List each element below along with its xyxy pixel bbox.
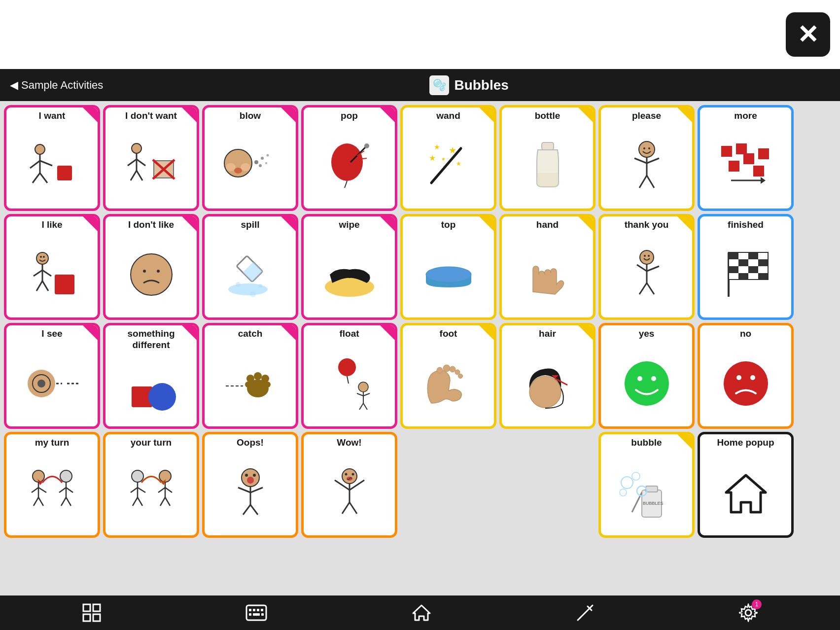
card-bottle[interactable]: bottle <box>499 105 595 211</box>
svg-point-18 <box>226 163 236 171</box>
card-hand[interactable]: hand <box>499 214 595 320</box>
svg-point-64 <box>143 270 146 273</box>
card-img-home-popup <box>700 450 791 535</box>
card-label-i-dont-like: I don't like <box>126 216 176 232</box>
svg-rect-186 <box>246 605 266 620</box>
card-home-popup[interactable]: Home popup <box>698 432 794 538</box>
card-more[interactable]: more <box>698 105 794 211</box>
svg-point-25 <box>265 162 267 164</box>
svg-text:BUBBLES: BUBBLES <box>643 501 664 506</box>
svg-point-40 <box>648 147 650 149</box>
card-please[interactable]: please <box>598 105 695 211</box>
card-float[interactable]: float <box>301 323 397 429</box>
card-foot[interactable]: foot <box>400 323 496 429</box>
svg-rect-67 <box>243 262 262 281</box>
card-spill[interactable]: spill <box>202 214 298 320</box>
card-oops[interactable]: Oops! <box>202 432 298 538</box>
card-img-my-turn <box>6 450 98 535</box>
home-icon[interactable] <box>412 603 431 622</box>
card-label-i-want: I want <box>37 107 68 123</box>
svg-point-55 <box>40 256 42 258</box>
card-no[interactable]: no <box>698 323 794 429</box>
card-label-i-dont-want: I don't want <box>123 107 179 123</box>
card-catch[interactable]: catch <box>202 323 298 429</box>
card-wipe[interactable]: wipe <box>301 214 397 320</box>
card-img-hair <box>502 341 593 426</box>
card-img-wow <box>304 450 395 535</box>
svg-marker-194 <box>413 605 430 620</box>
svg-rect-86 <box>748 252 758 259</box>
card-img-foot <box>403 341 494 426</box>
corner-wand <box>479 107 494 122</box>
card-label-float: float <box>337 325 361 341</box>
bottom-bar: 1 <box>0 595 840 630</box>
card-my-turn[interactable]: my turn <box>4 432 100 538</box>
svg-line-147 <box>138 497 142 506</box>
back-label: Sample Activities <box>21 79 103 92</box>
svg-line-42 <box>634 158 647 163</box>
card-i-dont-like[interactable]: I don't like <box>103 214 199 320</box>
card-img-top <box>403 232 494 317</box>
card-img-catch <box>205 341 296 426</box>
back-button[interactable]: ◀ Sample Activities <box>10 79 103 92</box>
svg-point-7 <box>132 143 141 153</box>
corner-wipe <box>380 216 395 231</box>
svg-line-171 <box>342 502 350 514</box>
card-img-i-dont-like <box>105 232 197 317</box>
card-thank-you[interactable]: thank you <box>598 214 695 320</box>
grid-icon[interactable] <box>82 603 101 622</box>
svg-line-12 <box>137 171 142 180</box>
pencil-icon[interactable] <box>576 603 595 622</box>
corner-i-see <box>83 325 98 340</box>
card-your-turn[interactable]: your turn <box>103 432 199 538</box>
svg-rect-191 <box>249 613 251 616</box>
card-finished[interactable]: finished <box>698 214 794 320</box>
svg-rect-50 <box>753 166 764 176</box>
svg-line-139 <box>61 497 66 506</box>
card-top[interactable]: top <box>400 214 496 320</box>
svg-line-138 <box>66 488 73 492</box>
card-i-like[interactable]: I like <box>4 214 100 320</box>
card-blow[interactable]: blow <box>202 105 298 211</box>
card-wow[interactable]: Wow! <box>301 432 397 538</box>
corner-hair <box>578 325 593 340</box>
svg-line-10 <box>137 159 145 166</box>
svg-point-38 <box>639 141 655 157</box>
svg-rect-193 <box>261 613 264 616</box>
card-bubble[interactable]: bubble BUBBLES <box>598 432 695 538</box>
card-something-different[interactable]: something different <box>103 323 199 429</box>
card-label-oops: Oops! <box>235 434 266 450</box>
svg-rect-89 <box>729 266 738 273</box>
svg-rect-85 <box>729 252 738 259</box>
svg-line-140 <box>66 497 71 506</box>
corner-something-different <box>182 325 197 340</box>
svg-text:★: ★ <box>429 154 436 162</box>
card-hair[interactable]: hair <box>499 323 595 429</box>
svg-point-19 <box>241 163 250 171</box>
corner-blow <box>281 107 296 122</box>
card-pop[interactable]: pop <box>301 105 397 211</box>
keyboard-icon[interactable] <box>245 604 267 621</box>
card-img-blow <box>205 123 296 209</box>
back-arrow-icon: ◀ <box>10 79 18 92</box>
card-i-dont-want[interactable]: I don't want <box>103 105 199 211</box>
card-i-want[interactable]: I want <box>4 105 100 211</box>
svg-point-99 <box>148 383 176 411</box>
close-button[interactable]: ✕ <box>786 12 830 57</box>
card-wand[interactable]: wand ★ ★ ★ ★ ★ <box>400 105 496 211</box>
card-yes[interactable]: yes <box>598 323 695 429</box>
corner-i-like <box>83 216 98 231</box>
card-i-see[interactable]: I see <box>4 323 100 429</box>
svg-text:★: ★ <box>434 143 440 151</box>
settings-icon[interactable]: 1 <box>739 603 758 622</box>
card-label-pop: pop <box>339 107 360 123</box>
card-label-bubble: bubble <box>629 434 664 450</box>
card-img-finished <box>700 232 791 317</box>
svg-line-112 <box>363 393 370 396</box>
svg-point-142 <box>132 470 143 482</box>
svg-point-180 <box>620 489 627 496</box>
card-label-home-popup: Home popup <box>715 434 776 450</box>
svg-point-28 <box>364 143 369 148</box>
svg-point-115 <box>437 367 443 373</box>
card-img-bottle <box>502 123 593 209</box>
